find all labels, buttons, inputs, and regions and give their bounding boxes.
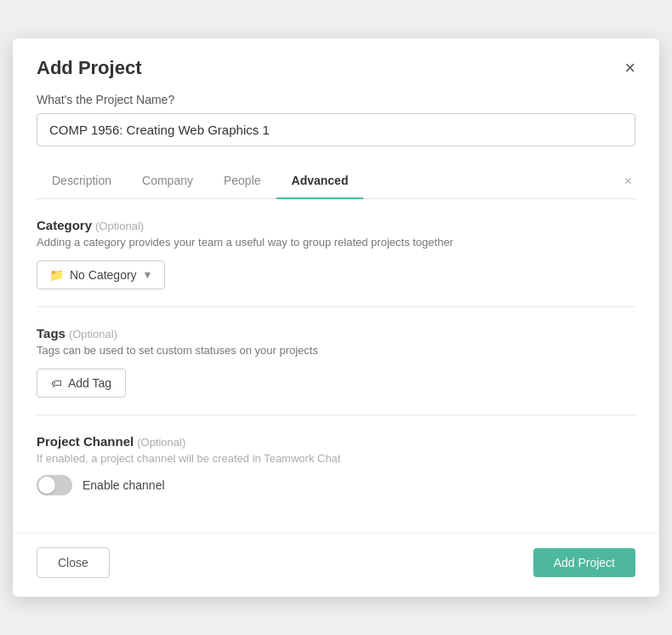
project-channel-title: Project Channel(Optional) (37, 434, 635, 449)
tabs-close-icon[interactable]: × (621, 167, 635, 196)
category-dropdown-button[interactable]: 📁 No Category ▼ (37, 260, 165, 289)
tabs-bar: Description Company People Advanced × (37, 163, 635, 199)
category-button-label: No Category (70, 268, 137, 282)
project-name-input[interactable] (37, 113, 635, 146)
add-project-button[interactable]: Add Project (533, 548, 635, 577)
tab-people[interactable]: People (208, 163, 276, 199)
modal-footer: Close Add Project (13, 533, 659, 597)
add-tag-label: Add Tag (68, 376, 111, 390)
project-name-label: What's the Project Name? (37, 93, 635, 106)
close-button[interactable]: Close (37, 547, 110, 578)
project-channel-section: Project Channel(Optional) If enabled, a … (37, 415, 635, 512)
modal-body: What's the Project Name? Description Com… (13, 93, 659, 529)
tags-section: Tags(Optional) Tags can be used to set c… (37, 307, 635, 415)
enable-channel-row: Enable channel (37, 475, 635, 495)
add-tag-button[interactable]: 🏷 Add Tag (37, 369, 126, 398)
modal-title: Add Project (37, 57, 141, 79)
tab-advanced[interactable]: Advanced (276, 163, 364, 199)
category-title: Category(Optional) (37, 218, 635, 232)
tab-description[interactable]: Description (37, 163, 127, 199)
folder-icon: 📁 (49, 268, 64, 282)
tags-title: Tags(Optional) (37, 326, 635, 340)
tags-description: Tags can be used to set custom statuses … (37, 344, 635, 357)
tag-icon: 🏷 (51, 377, 62, 390)
project-channel-description: If enabled, a project channel will be cr… (37, 452, 635, 465)
tab-company[interactable]: Company (127, 163, 208, 199)
category-section: Category(Optional) Adding a category pro… (37, 199, 635, 307)
category-description: Adding a category provides your team a u… (37, 236, 635, 249)
enable-channel-toggle[interactable] (37, 475, 72, 495)
modal-close-button[interactable]: × (624, 59, 635, 77)
modal-header: Add Project × (13, 38, 659, 93)
add-project-modal: Add Project × What's the Project Name? D… (13, 38, 659, 597)
enable-channel-label: Enable channel (83, 478, 165, 492)
project-name-field: What's the Project Name? (37, 93, 635, 146)
chevron-down-icon: ▼ (143, 269, 153, 281)
